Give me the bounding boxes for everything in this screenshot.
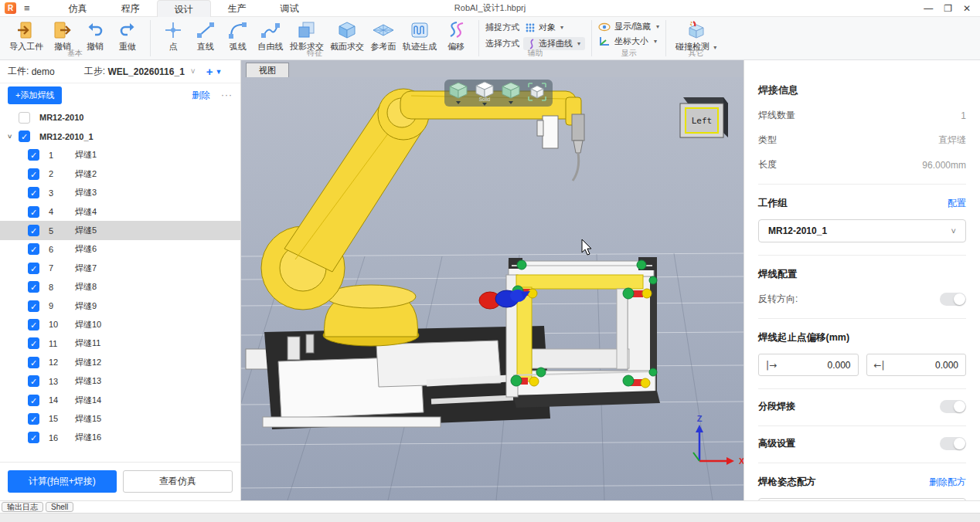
step-value: WEL_20260116_1 bbox=[107, 66, 184, 77]
checkbox[interactable]: ✓ bbox=[19, 130, 30, 142]
checkbox[interactable]: ✓ bbox=[28, 375, 39, 387]
minimize-button[interactable]: — bbox=[924, 3, 933, 14]
reverse-direction-toggle[interactable] bbox=[940, 293, 966, 306]
checkbox[interactable]: ✓ bbox=[28, 187, 39, 198]
checkbox[interactable]: ✓ bbox=[28, 281, 39, 293]
menu-tab-simulation[interactable]: 仿真 bbox=[52, 0, 104, 17]
ribbon-group-basic: 导入工件 撤销 撤销 撤销 撤销 撤销 撤销 bbox=[0, 17, 150, 59]
checkbox[interactable]: ✓ bbox=[28, 432, 39, 443]
viewport-3d[interactable]: 视图 bbox=[241, 60, 744, 500]
more-options-button[interactable]: ··· bbox=[221, 90, 233, 100]
weld-seam-row[interactable]: ✓5焊缝5 bbox=[0, 221, 240, 239]
divider bbox=[758, 463, 966, 463]
checkbox[interactable]: ✓ bbox=[28, 206, 39, 218]
checkbox[interactable]: ✓ bbox=[28, 263, 39, 274]
weld-seam-row[interactable]: ✓9焊缝9 bbox=[0, 297, 240, 315]
part-step-header: 工件: demo 工步: WEL_20260116_1 ˅ + ▼ bbox=[0, 60, 240, 83]
window-controls: — ❐ ✕ bbox=[924, 3, 980, 14]
divider bbox=[758, 318, 966, 319]
delete-recipe-link[interactable]: 删除配方 bbox=[929, 476, 966, 489]
checkbox[interactable] bbox=[19, 112, 30, 124]
snap-mode-dropdown[interactable]: 对象 ▾ bbox=[523, 21, 565, 34]
tree-parent-row[interactable]: ˅✓MR12-2010_1 bbox=[0, 127, 240, 145]
checkbox[interactable]: ✓ bbox=[28, 413, 39, 425]
checkbox[interactable]: ✓ bbox=[28, 357, 39, 368]
ribbon-group-other: 碰撞检测 ▾ 其它 bbox=[666, 17, 726, 59]
weld-seam-row[interactable]: ✓10焊缝10 bbox=[0, 315, 240, 334]
axis-size-dropdown[interactable]: 坐标大小 ▾ bbox=[598, 36, 659, 47]
tree-parent-row[interactable]: MR12-2010 bbox=[0, 108, 240, 127]
workgroup-config-link[interactable]: 配置 bbox=[948, 197, 966, 210]
menu-tab-production[interactable]: 生产 bbox=[211, 0, 264, 17]
weld-seam-row[interactable]: ✓16焊缝16 bbox=[0, 429, 240, 445]
checkbox[interactable]: ✓ bbox=[28, 149, 39, 161]
weld-seam-row[interactable]: ✓7焊缝7 bbox=[0, 259, 240, 277]
delete-weld-button[interactable]: 删除 bbox=[192, 89, 210, 102]
app-logo-icon[interactable]: R bbox=[5, 2, 16, 14]
add-weld-line-button[interactable]: +添加焊线 bbox=[8, 86, 62, 104]
checkbox[interactable]: ✓ bbox=[28, 225, 39, 236]
checkbox[interactable]: ✓ bbox=[28, 168, 39, 180]
show-hide-dropdown[interactable]: 显示/隐藏 ▾ bbox=[598, 21, 659, 32]
checkbox[interactable]: ✓ bbox=[28, 319, 39, 330]
chevron-down-icon: ˅ bbox=[951, 226, 956, 236]
weld-seam-row[interactable]: ✓2焊缝2 bbox=[0, 164, 240, 183]
part-value: demo bbox=[32, 66, 55, 77]
weld-seam-row[interactable]: ✓12焊缝12 bbox=[0, 353, 240, 371]
menu-tab-program[interactable]: 程序 bbox=[104, 0, 157, 17]
weld-seam-row[interactable]: ✓15焊缝15 bbox=[0, 409, 240, 428]
weld-list-panel: 工件: demo 工步: WEL_20260116_1 ˅ + ▼ +添加焊线 … bbox=[0, 60, 241, 500]
hamburger-menu-icon[interactable]: ≡ bbox=[24, 2, 30, 14]
view-cube[interactable]: Left bbox=[680, 97, 728, 137]
point-icon bbox=[163, 20, 183, 40]
scene-3d[interactable]: Solid bbox=[241, 77, 744, 500]
compute-button[interactable]: 计算(拍照+焊接) bbox=[8, 470, 117, 493]
import-part-icon bbox=[16, 20, 36, 40]
export-part-icon bbox=[53, 20, 73, 40]
application-window: R ≡ RobAI_设计1.hbprj 仿真 程序 设计 生产 调试 — ❐ ✕… bbox=[0, 0, 980, 522]
viewport-tab-view[interactable]: 视图 bbox=[246, 63, 289, 77]
segment-weld-toggle[interactable] bbox=[940, 400, 966, 413]
weld-seam-row[interactable]: ✓4焊缝4 bbox=[0, 202, 240, 221]
weld-seam-row[interactable]: ✓3焊缝3 bbox=[0, 184, 240, 202]
weld-seam-row[interactable]: ✓11焊缝11 bbox=[0, 334, 240, 353]
add-step-button[interactable]: + bbox=[206, 65, 213, 78]
menu-tab-bar: 仿真 程序 设计 生产 调试 bbox=[52, 0, 316, 17]
view-simulation-button[interactable]: 查看仿真 bbox=[123, 470, 233, 493]
svg-text:Left: Left bbox=[692, 116, 713, 126]
weld-seam-row[interactable]: ✓1焊缝1 bbox=[0, 146, 240, 164]
close-button[interactable]: ✕ bbox=[963, 3, 971, 14]
step-chevron-icon[interactable]: ˅ bbox=[191, 67, 196, 76]
checkbox[interactable]: ✓ bbox=[28, 300, 39, 312]
workgroup-select[interactable]: MR12-2010_1 ˅ bbox=[758, 219, 966, 242]
checkbox[interactable]: ✓ bbox=[28, 337, 39, 349]
trajectory-generate-icon bbox=[410, 20, 430, 40]
weld-seam-row[interactable]: ✓13焊缝13 bbox=[0, 371, 240, 390]
add-step-caret-icon[interactable]: ▼ bbox=[215, 68, 222, 76]
advanced-settings-toggle[interactable] bbox=[940, 437, 966, 450]
status-bar bbox=[0, 513, 980, 522]
weld-seam-row[interactable]: ✓14焊缝14 bbox=[0, 391, 240, 409]
restore-button[interactable]: ❐ bbox=[944, 3, 952, 14]
weld-seam-row[interactable]: ✓8焊缝8 bbox=[0, 278, 240, 297]
bottom-tab[interactable]: Shell bbox=[46, 502, 73, 512]
offset-start-icon: |→ bbox=[766, 360, 777, 371]
divider bbox=[758, 425, 966, 426]
ribbon-group-label-basic: 基本 bbox=[0, 48, 150, 59]
offset-title: 焊线起止点偏移(mm) bbox=[758, 331, 849, 344]
offset-end-input[interactable]: ←| 0.000 bbox=[866, 354, 967, 376]
line-icon bbox=[196, 20, 216, 40]
ribbon-group-label-feature: 特征 bbox=[151, 48, 478, 59]
menu-tab-design[interactable]: 设计 bbox=[157, 0, 211, 17]
checkbox[interactable]: ✓ bbox=[28, 395, 39, 406]
bottom-tab[interactable]: 输出日志 bbox=[2, 502, 43, 512]
weld-config-title: 焊线配置 bbox=[758, 268, 797, 281]
ribbon-group-aux: 捕捉方式 对象 ▾ 选择方式 选择曲线 ▾ 辅助 bbox=[479, 17, 591, 59]
checkbox[interactable]: ✓ bbox=[28, 243, 39, 255]
ribbon-group-label-aux: 辅助 bbox=[479, 48, 591, 59]
offset-start-input[interactable]: |→ 0.000 bbox=[758, 354, 859, 376]
weld-seam-row[interactable]: ✓6焊缝6 bbox=[0, 240, 240, 259]
expand-chevron-icon[interactable]: ˅ bbox=[8, 133, 19, 141]
menu-tab-debug[interactable]: 调试 bbox=[264, 0, 316, 17]
weld-info-rows: 焊线数量1类型直焊缝长度96.000mm bbox=[758, 109, 966, 171]
